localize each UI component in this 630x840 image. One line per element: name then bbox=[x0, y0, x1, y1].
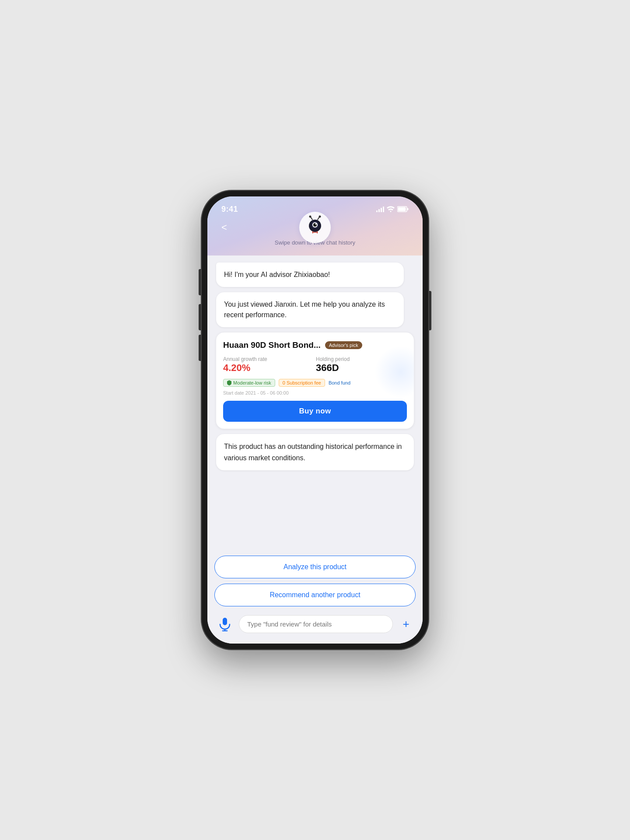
phone-frame: 9:41 < bbox=[201, 190, 429, 650]
signal-icon bbox=[376, 206, 384, 212]
bot-avatar bbox=[299, 212, 331, 243]
svg-point-4 bbox=[309, 216, 312, 218]
greeting-bubble: Hi! I'm your AI advisor Zhixiaobao! bbox=[216, 262, 404, 287]
input-bar: + bbox=[207, 610, 423, 644]
analyze-product-button[interactable]: Analyze this product bbox=[214, 556, 416, 578]
viewed-message-bubble: You just viewed Jianxin. Let me help you… bbox=[216, 292, 404, 327]
buy-now-button[interactable]: Buy now bbox=[223, 401, 407, 422]
product-stats: Annual growth rate 4.20% Holding period … bbox=[223, 356, 407, 374]
annual-growth-value: 4.20% bbox=[223, 362, 314, 374]
mic-icon bbox=[219, 617, 231, 631]
annual-growth-label-col: Annual growth rate 4.20% bbox=[223, 356, 314, 374]
greeting-text: Hi! I'm your AI advisor Zhixiaobao! bbox=[224, 271, 330, 278]
mic-button[interactable] bbox=[216, 616, 234, 633]
status-time: 9:41 bbox=[221, 205, 238, 214]
product-name: Huaan 90D Short Bond... bbox=[223, 340, 321, 350]
recommend-product-button[interactable]: Recommend another product bbox=[214, 584, 416, 606]
phone-screen: 9:41 < bbox=[207, 196, 423, 644]
svg-rect-15 bbox=[223, 618, 227, 625]
nav-bar: < bbox=[207, 218, 423, 235]
holding-period-col: Holding period 366D bbox=[316, 356, 407, 374]
shield-icon bbox=[227, 380, 231, 385]
tags-row: Moderate-low risk 0 Subscription fee Bon… bbox=[223, 379, 407, 387]
tag-type: Bond fund bbox=[329, 380, 350, 385]
chat-area: Hi! I'm your AI advisor Zhixiaobao! You … bbox=[207, 256, 423, 554]
robot-icon bbox=[303, 215, 327, 240]
analysis-text: This product has an outstanding historic… bbox=[224, 443, 402, 462]
analysis-bubble: This product has an outstanding historic… bbox=[216, 434, 414, 470]
svg-rect-14 bbox=[314, 232, 316, 233]
product-card: Huaan 90D Short Bond... Advisor's pick A… bbox=[216, 332, 414, 429]
holding-period-value: 366D bbox=[316, 362, 407, 374]
holding-period-label: Holding period bbox=[316, 356, 407, 362]
phone-header: 9:41 < bbox=[207, 196, 423, 256]
bot-avatar-container bbox=[299, 212, 331, 243]
advisor-badge: Advisor's pick bbox=[325, 341, 362, 349]
viewed-message-text: You just viewed Jianxin. Let me help you… bbox=[224, 301, 385, 318]
product-card-header: Huaan 90D Short Bond... Advisor's pick bbox=[223, 340, 407, 350]
tag-fee: 0 Subscription fee bbox=[279, 379, 325, 387]
action-buttons: Analyze this product Recommend another p… bbox=[207, 554, 423, 610]
svg-point-6 bbox=[319, 216, 321, 218]
wifi-icon bbox=[387, 206, 395, 212]
back-button[interactable]: < bbox=[218, 220, 231, 235]
start-date: Start date 2021 - 05 - 06 00:00 bbox=[223, 390, 407, 396]
svg-point-11 bbox=[315, 224, 317, 225]
annual-growth-label: Annual growth rate bbox=[223, 356, 314, 362]
tag-risk: Moderate-low risk bbox=[223, 379, 275, 387]
battery-icon bbox=[397, 206, 409, 212]
svg-rect-1 bbox=[398, 207, 406, 211]
message-input[interactable] bbox=[239, 615, 393, 633]
svg-rect-2 bbox=[407, 208, 409, 210]
status-icons bbox=[376, 206, 409, 212]
plus-button[interactable]: + bbox=[398, 616, 414, 632]
